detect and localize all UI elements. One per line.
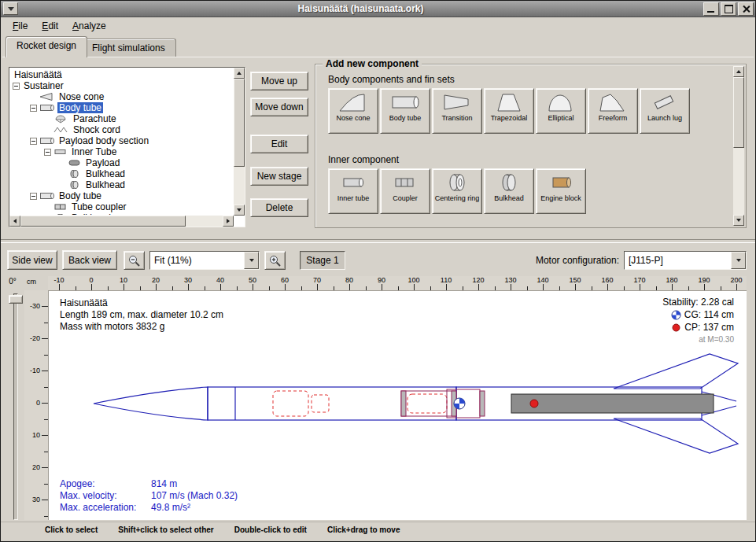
panel-splitter[interactable] — [1, 239, 755, 243]
add-centering-ring-button[interactable]: Centering ring — [432, 168, 482, 214]
window-menu-icon[interactable] — [3, 2, 18, 15]
menu-analyze[interactable]: Analyze — [65, 19, 113, 33]
tree-horizontal-scrollbar[interactable] — [9, 216, 234, 227]
add-elliptical-fin-button[interactable]: Elliptical — [536, 88, 586, 134]
move-up-button[interactable]: Move up — [250, 72, 308, 90]
collapse-icon[interactable] — [30, 193, 37, 200]
chevron-down-icon[interactable] — [244, 252, 259, 269]
collapse-icon[interactable] — [30, 105, 37, 112]
add-launch-lug-button[interactable]: Launch lug — [640, 88, 690, 134]
add-trapezoidal-fin-button[interactable]: Trapezoidal — [484, 88, 534, 134]
component-panel-scrollbar[interactable] — [733, 66, 744, 226]
tree-item-label: Bulkhead — [84, 168, 127, 179]
bulkhead-shape[interactable] — [401, 391, 406, 416]
scrollbar-thumb[interactable] — [20, 216, 186, 227]
add-freeform-fin-button[interactable]: Freeform — [588, 88, 638, 134]
scroll-up-button[interactable] — [234, 68, 245, 79]
add-coupler-button[interactable]: Coupler — [380, 168, 430, 214]
rocket-canvas[interactable]: Haisunäätä Length 189 cm, max. diameter … — [48, 290, 747, 520]
zoom-out-button[interactable] — [124, 251, 145, 270]
collapse-icon[interactable] — [44, 149, 51, 156]
scroll-right-button[interactable] — [223, 216, 234, 227]
add-transition-button[interactable]: Transition — [432, 88, 482, 134]
back-view-button[interactable]: Back view — [62, 250, 117, 270]
new-stage-button[interactable]: New stage — [250, 167, 308, 186]
freeform-fin-icon — [597, 91, 629, 113]
menu-file[interactable]: File — [6, 19, 35, 33]
tree-item-body-tube-aft[interactable]: Body tube — [9, 190, 233, 201]
component-button-label: Trapezoidal — [491, 114, 528, 122]
close-button[interactable] — [738, 2, 754, 16]
chevron-down-icon[interactable] — [731, 252, 746, 269]
ruler-tick — [704, 284, 705, 290]
menu-bar: File Edit Analyze — [1, 17, 755, 34]
tree-item-bulkhead[interactable]: Bulkhead — [9, 212, 233, 215]
stage-1-toggle[interactable]: Stage 1 — [300, 251, 345, 270]
bulkhead-shape[interactable] — [480, 391, 485, 416]
tree-item-nose-cone[interactable]: Nose cone — [9, 91, 233, 102]
parachute-shape[interactable] — [273, 391, 308, 416]
ruler-tick — [59, 284, 60, 290]
motor-configuration-combo[interactable]: [J115-P] — [624, 251, 747, 270]
tree-item-parachute[interactable]: Parachute — [9, 113, 233, 124]
add-engine-block-button[interactable]: Engine block — [536, 168, 586, 214]
tab-rocket-design[interactable]: Rocket design — [6, 36, 87, 57]
fin-lower-shape[interactable] — [614, 418, 738, 453]
collapse-icon[interactable] — [30, 138, 37, 145]
delete-button[interactable]: Delete — [250, 198, 308, 217]
rotation-slider-handle[interactable] — [9, 295, 23, 304]
component-button-label: Launch lug — [647, 114, 682, 122]
ruler-tick — [285, 284, 286, 290]
tree-item-bulkhead[interactable]: Bulkhead — [9, 179, 233, 190]
tree-item-body-tube[interactable]: Body tube — [9, 102, 233, 113]
tree-item-bulkhead[interactable]: Bulkhead — [9, 168, 233, 179]
move-down-button[interactable]: Move down — [250, 98, 308, 116]
scroll-down-button[interactable] — [733, 215, 744, 226]
body-tube-shape[interactable] — [208, 387, 456, 420]
add-body-tube-button[interactable]: Body tube — [380, 88, 430, 134]
ruler-tick — [188, 284, 189, 290]
edit-button[interactable]: Edit — [250, 135, 308, 153]
tree-item-label: Sustainer — [22, 80, 65, 91]
scroll-down-button[interactable] — [234, 205, 245, 216]
title-bar[interactable]: Haisunäätä (haisunaata.ork) — [1, 1, 755, 17]
nose-cone-icon — [337, 91, 369, 113]
maximize-button[interactable] — [721, 2, 736, 16]
zoom-combo[interactable]: Fit (11%) — [149, 251, 260, 270]
ruler-tick — [414, 284, 415, 290]
scroll-left-button[interactable] — [9, 216, 20, 227]
scrollbar-thumb[interactable] — [733, 77, 744, 148]
tree-item-payload[interactable]: Payload — [9, 157, 233, 168]
add-nose-cone-button[interactable]: Nose cone — [328, 88, 378, 134]
tree-item-label: Parachute — [72, 113, 118, 124]
ruler-label: 20 — [146, 276, 165, 284]
add-bulkhead-button[interactable]: Bulkhead — [484, 168, 534, 214]
ruler-label: 120 — [469, 276, 488, 284]
scrollbar-thumb[interactable] — [234, 79, 245, 167]
payload-shape[interactable] — [408, 394, 447, 413]
tree-item-payload-section[interactable]: Payload body section — [9, 135, 233, 146]
collapse-icon[interactable] — [13, 83, 20, 90]
body-tube-icon — [39, 136, 55, 146]
rotation-slider-track[interactable] — [13, 293, 18, 520]
motor-shape[interactable] — [511, 394, 714, 413]
zoom-in-button[interactable] — [264, 251, 286, 270]
minimize-button[interactable] — [703, 2, 719, 16]
bulkhead-icon — [68, 180, 82, 190]
scroll-up-button[interactable] — [733, 66, 744, 77]
fin-upper-shape[interactable] — [614, 354, 738, 389]
tree-item-inner-tube[interactable]: Inner Tube — [9, 146, 233, 157]
tree-item-rocket[interactable]: Haisunäätä — [9, 69, 233, 80]
tree-vertical-scrollbar[interactable] — [234, 68, 245, 216]
tree-item-shock-cord[interactable]: Shock cord — [9, 124, 233, 135]
shock-cord-shape[interactable] — [312, 395, 329, 412]
side-view-button[interactable]: Side view — [7, 250, 57, 270]
tab-flight-simulations[interactable]: Flight simulations — [81, 39, 176, 57]
ruler-label: 150 — [566, 276, 585, 284]
tree-item-sustainer[interactable]: Sustainer — [9, 80, 233, 91]
nose-cone-shape[interactable] — [94, 387, 208, 420]
add-inner-tube-button[interactable]: Inner tube — [328, 168, 378, 214]
menu-edit[interactable]: Edit — [35, 19, 65, 33]
tree-item-tube-coupler[interactable]: Tube coupler — [9, 201, 233, 212]
ruler-tick — [349, 284, 350, 290]
